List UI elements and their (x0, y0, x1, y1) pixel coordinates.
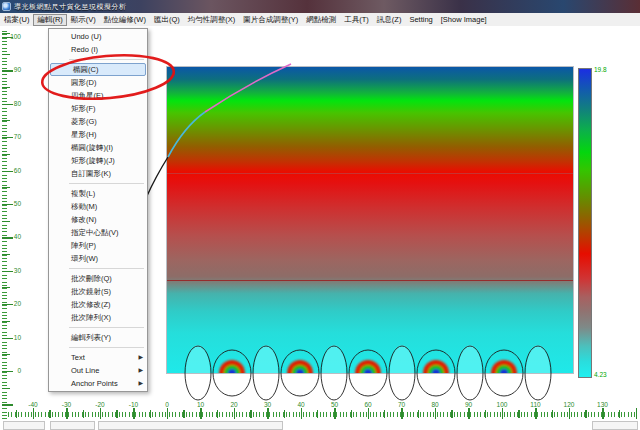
menuitem-batch-modify[interactable]: 批次修改(Z) (49, 298, 147, 311)
left-ruler-label: 0 (7, 367, 21, 374)
bottom-ruler-label: 20 (226, 401, 242, 408)
menu-export[interactable]: 匯出(Q) (150, 14, 184, 26)
menuitem-text-label: Text (71, 353, 85, 362)
submenu-arrow-icon: ▶ (138, 351, 143, 364)
menuitem-rect-rotated[interactable]: 矩形(旋轉)(J) (49, 154, 147, 167)
menuitem-anchor-points[interactable]: Anchor Points▶ (49, 377, 147, 390)
menuitem-batch-mirror[interactable]: 批次鏡射(S) (49, 285, 147, 298)
status-cell (98, 421, 283, 430)
menu-bar: 檔案(U) 編輯(R) 顯示(V) 點位編修(W) 匯出(Q) 均勻性調整(X)… (0, 13, 640, 27)
title-bar: 導光板網點尺寸質化呈現模擬分析 (0, 0, 640, 13)
menu-edit[interactable]: 編輯(R) (33, 14, 66, 26)
bottom-ruler-label: 110 (528, 401, 544, 408)
bottom-ruler-label: -10 (126, 401, 142, 408)
menuitem-four-star[interactable]: 四角星(E) (49, 89, 147, 102)
menuitem-circle[interactable]: 圓形(D) (49, 76, 147, 89)
colorbar (578, 68, 592, 378)
menuitem-redo[interactable]: Redo (I) (49, 43, 147, 56)
menu-separator (49, 265, 147, 272)
menuitem-set-center[interactable]: 指定中心點(V) (49, 226, 147, 239)
status-cell (50, 421, 95, 430)
window-title: 導光板網點尺寸質化呈現模擬分析 (14, 2, 127, 12)
menuitem-ellipse-rotated[interactable]: 橢圓(旋轉)(I) (49, 141, 147, 154)
submenu-arrow-icon: ▶ (138, 364, 143, 377)
bottom-ruler-label: -20 (92, 401, 108, 408)
bottom-ruler-label: 10 (193, 401, 209, 408)
menu-dot-check[interactable]: 網點檢測 (302, 14, 340, 26)
status-cell (3, 421, 45, 430)
menuitem-modify[interactable]: 修改(N) (49, 213, 147, 226)
menuitem-move[interactable]: 移動(M) (49, 200, 147, 213)
menu-view[interactable]: 顯示(V) (67, 14, 100, 26)
heatmap-canvas[interactable] (167, 67, 573, 373)
left-ruler-label: 90 (7, 66, 21, 73)
menu-image-compose[interactable]: 圖片合成調整(Y) (239, 14, 302, 26)
left-ruler-label: 100 (7, 33, 21, 40)
left-ruler-label: 70 (7, 133, 21, 140)
menuitem-ellipse[interactable]: 橢圓(C) (50, 63, 146, 76)
menuitem-undo[interactable]: Undo (U) (49, 30, 147, 43)
left-ruler-label: 40 (7, 233, 21, 240)
bottom-ruler-label: 80 (427, 401, 443, 408)
bottom-ruler-label: -30 (59, 401, 75, 408)
left-ruler-label: 30 (7, 267, 21, 274)
bottom-ruler-label: 70 (394, 401, 410, 408)
menu-message[interactable]: 訊息(Z) (373, 14, 406, 26)
menuitem-ring-array[interactable]: 環列(W) (49, 252, 147, 265)
menuitem-copy[interactable]: 複製(L) (49, 187, 147, 200)
bottom-ruler-label: 60 (360, 401, 376, 408)
menu-separator (49, 324, 147, 331)
menu-show-image[interactable]: [Show Image] (437, 14, 491, 25)
menuitem-star[interactable]: 星形(H) (49, 128, 147, 141)
marker-line-upper (167, 173, 573, 174)
colorbar-max-label: 19.8 (594, 66, 607, 73)
submenu-arrow-icon: ▶ (138, 377, 143, 390)
menu-uniformity[interactable]: 均勻性調整(X) (184, 14, 240, 26)
bottom-ruler-label: 40 (293, 401, 309, 408)
edit-dropdown-menu: Undo (U) Redo (I) 橢圓(C) 圓形(D) 四角星(E) 矩形(… (48, 28, 148, 392)
menu-separator (49, 56, 147, 63)
menu-tools[interactable]: 工具(T) (340, 14, 373, 26)
menuitem-custom-shape[interactable]: 自訂圖形(K) (49, 167, 147, 180)
menuitem-anchor-label: Anchor Points (71, 379, 118, 388)
menu-separator (49, 180, 147, 187)
menuitem-outline[interactable]: Out Line▶ (49, 364, 147, 377)
bottom-ruler-label: 130 (595, 401, 611, 408)
colorbar-min-label: 4.23 (594, 371, 607, 378)
menu-point-edit[interactable]: 點位編修(W) (100, 14, 150, 26)
menuitem-array[interactable]: 陣列(P) (49, 239, 147, 252)
menu-setting[interactable]: Setting (405, 14, 436, 25)
left-ruler-label: 60 (7, 167, 21, 174)
bottom-ruler-label: 120 (561, 401, 577, 408)
left-ruler-label: 50 (7, 200, 21, 207)
menuitem-text[interactable]: Text▶ (49, 351, 147, 364)
bottom-ruler-label: 90 (461, 401, 477, 408)
bottom-ruler-label: 30 (260, 401, 276, 408)
left-ruler-label: 10 (7, 334, 21, 341)
marker-line-lower (167, 280, 573, 281)
status-cell (592, 421, 638, 430)
menu-separator (49, 344, 147, 351)
left-ruler-major-ticks (2, 31, 13, 419)
menuitem-outline-label: Out Line (71, 366, 99, 375)
bottom-ruler-major-ticks (8, 408, 638, 419)
menuitem-rectangle[interactable]: 矩形(F) (49, 102, 147, 115)
app-icon (2, 2, 11, 11)
bottom-ruler-label: 0 (159, 401, 175, 408)
menuitem-diamond[interactable]: 菱形(G) (49, 115, 147, 128)
bottom-ruler-label: 100 (494, 401, 510, 408)
bottom-ruler-label: 50 (327, 401, 343, 408)
left-ruler-label: 80 (7, 100, 21, 107)
bottom-ruler-label: -40 (25, 401, 41, 408)
menuitem-edit-list[interactable]: 編輯列表(Y) (49, 331, 147, 344)
menuitem-batch-array[interactable]: 批次陣列(X) (49, 311, 147, 324)
menu-file[interactable]: 檔案(U) (0, 14, 33, 26)
left-ruler-label: 20 (7, 300, 21, 307)
menuitem-batch-delete[interactable]: 批次刪除(Q) (49, 272, 147, 285)
